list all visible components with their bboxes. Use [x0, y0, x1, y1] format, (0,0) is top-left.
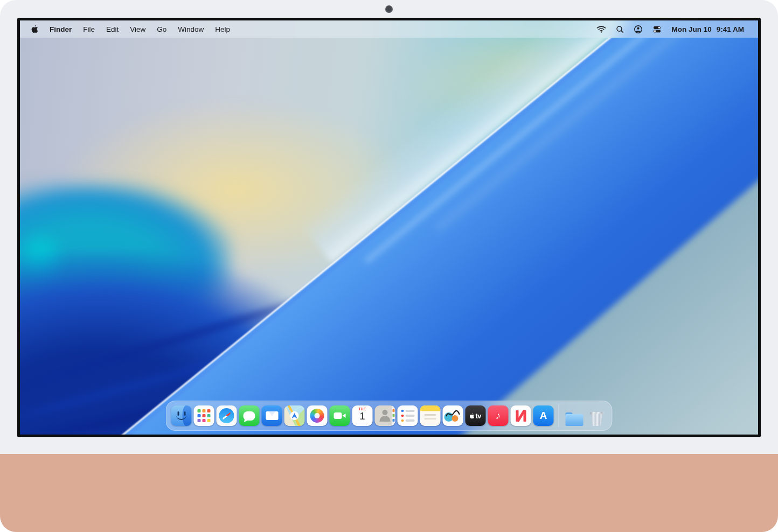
wifi-icon[interactable] [596, 25, 606, 33]
apple-logo-icon [470, 413, 475, 419]
apple-menu-icon[interactable] [31, 25, 38, 33]
user-account-icon[interactable] [634, 25, 643, 34]
music-note-icon: ♪ [496, 410, 501, 422]
person-silhouette-icon [383, 410, 388, 415]
video-camera-icon [334, 412, 342, 419]
color-pinwheel-icon [309, 408, 325, 424]
spotlight-search-icon[interactable] [616, 25, 624, 33]
compass-icon [219, 408, 234, 423]
dock-app-notes[interactable] [420, 405, 441, 426]
menu-view[interactable]: View [130, 25, 145, 33]
dock-app-contacts[interactable] [375, 405, 395, 426]
dock-app-launchpad[interactable] [194, 405, 214, 426]
dock-app-maps[interactable] [284, 405, 305, 426]
envelope-icon [266, 411, 278, 420]
dock-app-appstore[interactable]: A [533, 405, 554, 426]
dock-app-calendar[interactable]: TUE 1 [352, 405, 373, 426]
desktop-wallpaper [20, 20, 758, 435]
dock-app-facetime[interactable] [330, 405, 350, 426]
dock-divider [559, 404, 559, 427]
dock: TUE 1 [166, 401, 613, 431]
dock-app-music[interactable]: ♪ [488, 405, 509, 426]
imac-front-bezel: Finder File Edit View Go Window Help [0, 0, 778, 532]
imac-chin [0, 454, 778, 532]
news-n-icon [515, 410, 526, 422]
menu-go[interactable]: Go [157, 25, 166, 33]
menu-bar-date: Mon Jun 10 [671, 25, 711, 33]
imac-screen: Finder File Edit View Go Window Help [17, 18, 761, 437]
facetime-camera-dot [385, 5, 393, 13]
dock-app-messages[interactable] [239, 405, 260, 426]
dock-trash[interactable] [587, 405, 607, 426]
dock-app-mail[interactable] [262, 405, 282, 426]
dock-app-finder[interactable] [171, 405, 192, 426]
folder-icon [565, 412, 583, 426]
navigation-arrow-icon [292, 413, 297, 418]
menu-app-name[interactable]: Finder [50, 25, 72, 33]
dock-app-reminders[interactable] [398, 405, 418, 426]
tv-label: tv [475, 412, 481, 420]
control-center-icon[interactable] [652, 25, 662, 33]
dock-app-photos[interactable] [307, 405, 328, 426]
menu-edit[interactable]: Edit [106, 25, 119, 33]
menu-file[interactable]: File [83, 25, 95, 33]
dock-app-safari[interactable] [217, 405, 237, 426]
menu-help[interactable]: Help [215, 25, 230, 33]
calendar-day: 1 [359, 411, 365, 422]
dock-app-freeform[interactable] [443, 405, 463, 426]
dock-app-news[interactable] [511, 405, 531, 426]
imac-illustration: Finder File Edit View Go Window Help [0, 0, 778, 532]
app-store-a-icon: A [540, 410, 547, 422]
squiggle-icon [445, 407, 461, 421]
menu-bar-clock[interactable]: Mon Jun 10 9:41 AM [671, 25, 744, 33]
dock-app-tv[interactable]: tv [466, 405, 486, 426]
menu-bar-time: 9:41 AM [717, 25, 744, 33]
speech-bubble-icon [244, 411, 255, 421]
menu-bar: Finder File Edit View Go Window Help [20, 20, 758, 38]
menu-window[interactable]: Window [178, 25, 204, 33]
macos-desktop: Finder File Edit View Go Window Help [20, 20, 758, 435]
dock-downloads-folder[interactable] [564, 405, 585, 426]
